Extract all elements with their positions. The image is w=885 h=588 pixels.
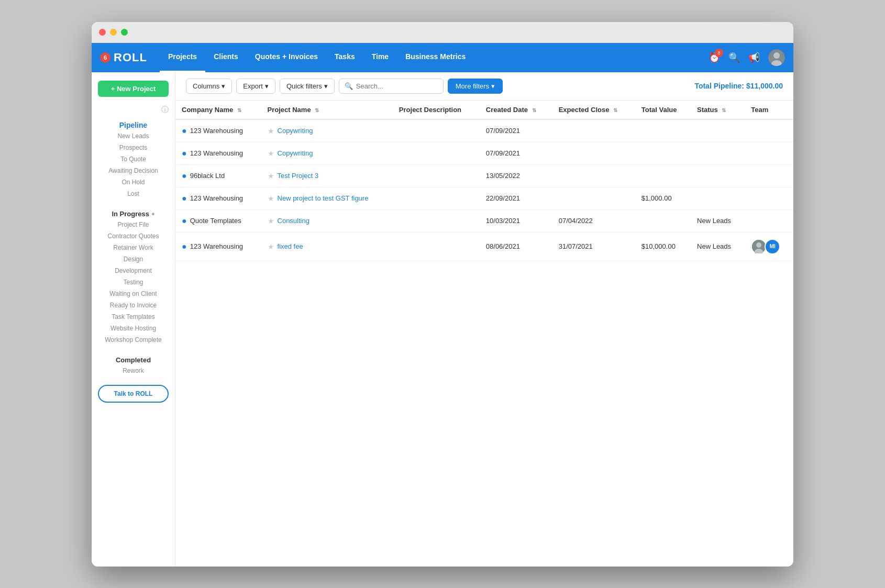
sidebar-item-testing[interactable]: Testing bbox=[92, 276, 175, 288]
sort-icon: ⇅ bbox=[315, 107, 319, 113]
table-row[interactable]: ●123 Warehousing★fixed fee08/06/202131/0… bbox=[175, 232, 793, 261]
nav-projects[interactable]: Projects bbox=[160, 43, 205, 72]
team-member-avatar: MI bbox=[765, 239, 780, 254]
maximize-button[interactable] bbox=[121, 29, 128, 36]
minimize-button[interactable] bbox=[110, 29, 117, 36]
content-toolbar: Columns ▾ Export ▾ Quick filters ▾ 🔍 Mor… bbox=[175, 72, 793, 101]
company-name: 123 Warehousing bbox=[190, 194, 243, 202]
logo[interactable]: 6 ROLL bbox=[100, 51, 147, 64]
company-name: Quote Templates bbox=[190, 217, 241, 225]
nav-items: Projects Clients Quotes + Invoices Tasks… bbox=[160, 43, 709, 72]
nav-tasks[interactable]: Tasks bbox=[326, 43, 363, 72]
more-filters-button[interactable]: More filters ▾ bbox=[448, 79, 503, 94]
cell-created-date: 13/05/2022 bbox=[480, 164, 552, 187]
sidebar-item-waiting-on-client[interactable]: Waiting on Client bbox=[92, 288, 175, 299]
cell-created-date: 10/03/2021 bbox=[480, 209, 552, 232]
star-icon[interactable]: ★ bbox=[268, 172, 274, 180]
talk-to-roll-button[interactable]: Talk to ROLL bbox=[98, 385, 169, 403]
sidebar-item-project-file[interactable]: Project File bbox=[92, 219, 175, 230]
project-name-text[interactable]: Copywriting bbox=[278, 127, 313, 135]
pipeline-title[interactable]: Pipeline bbox=[92, 119, 175, 130]
table-row[interactable]: ●96black Ltd★Test Project 313/05/2022 bbox=[175, 164, 793, 187]
cell-team bbox=[745, 209, 793, 232]
cell-created-date: 07/09/2021 bbox=[480, 119, 552, 142]
cell-expected-close: 31/07/2021 bbox=[552, 232, 635, 261]
col-created-date[interactable]: Created Date ⇅ bbox=[480, 101, 552, 119]
cell-total-value bbox=[635, 209, 691, 232]
app-window: 6 ROLL Projects Clients Quotes + Invoice… bbox=[92, 22, 793, 567]
star-icon[interactable]: ★ bbox=[268, 217, 274, 225]
sidebar-item-prospects[interactable]: Prospects bbox=[92, 142, 175, 153]
cell-company: ●Quote Templates bbox=[175, 209, 261, 232]
cell-project-name: ★Copywriting bbox=[261, 142, 393, 164]
star-icon[interactable]: ★ bbox=[268, 149, 274, 158]
sidebar-item-design[interactable]: Design bbox=[92, 253, 175, 265]
sidebar-item-awaiting-decision[interactable]: Awaiting Decision bbox=[92, 165, 175, 176]
sidebar-item-task-templates[interactable]: Task Templates bbox=[92, 311, 175, 323]
sort-icon: ⇅ bbox=[532, 107, 536, 113]
project-name-text[interactable]: fixed fee bbox=[278, 242, 303, 250]
sidebar-item-development[interactable]: Development bbox=[92, 265, 175, 276]
company-icon: ● bbox=[182, 126, 187, 136]
cell-total-value: $1,000.00 bbox=[635, 187, 691, 209]
user-avatar[interactable] bbox=[768, 49, 785, 66]
nav-time[interactable]: Time bbox=[363, 43, 397, 72]
timer-icon[interactable]: ⏰ 8 bbox=[709, 52, 720, 63]
cell-company: ●123 Warehousing bbox=[175, 187, 261, 209]
nav-business-metrics[interactable]: Business Metrics bbox=[397, 43, 474, 72]
cell-expected-close: 07/04/2022 bbox=[552, 209, 635, 232]
chevron-down-icon: ▾ bbox=[324, 82, 328, 90]
sidebar-item-contractor-quotes[interactable]: Contractor Quotes bbox=[92, 230, 175, 242]
project-name-text[interactable]: Consulting bbox=[278, 217, 309, 225]
table-row[interactable]: ●Quote Templates★Consulting10/03/202107/… bbox=[175, 209, 793, 232]
completed-title[interactable]: Completed bbox=[92, 352, 175, 365]
cell-description bbox=[393, 164, 480, 187]
sidebar-item-retainer-work[interactable]: Retainer Work bbox=[92, 242, 175, 253]
table-row[interactable]: ●123 Warehousing★Copywriting07/09/2021 bbox=[175, 119, 793, 142]
table-row[interactable]: ●123 Warehousing★New project to test GST… bbox=[175, 187, 793, 209]
close-button[interactable] bbox=[99, 29, 106, 36]
pipeline-section: Pipeline New Leads Prospects To Quote Aw… bbox=[92, 119, 175, 199]
search-icon[interactable]: 🔍 bbox=[728, 52, 740, 63]
col-company-name[interactable]: Company Name ⇅ bbox=[175, 101, 261, 119]
export-button[interactable]: Export ▾ bbox=[236, 79, 275, 94]
col-project-name[interactable]: Project Name ⇅ bbox=[261, 101, 393, 119]
projects-table-container: Company Name ⇅ Project Name ⇅ Project De… bbox=[175, 101, 793, 567]
search-input[interactable] bbox=[356, 82, 438, 90]
sidebar-item-to-quote[interactable]: To Quote bbox=[92, 153, 175, 165]
cell-company: ●96black Ltd bbox=[175, 164, 261, 187]
announcements-icon[interactable]: 📢 bbox=[748, 52, 760, 63]
company-icon: ● bbox=[182, 171, 187, 181]
sidebar-item-rework[interactable]: Rework bbox=[92, 365, 175, 376]
star-icon[interactable]: ★ bbox=[268, 194, 274, 203]
sidebar-item-lost[interactable]: Lost bbox=[92, 188, 175, 199]
table-row[interactable]: ●123 Warehousing★Copywriting07/09/2021 bbox=[175, 142, 793, 164]
col-project-description: Project Description bbox=[393, 101, 480, 119]
sidebar-item-ready-to-invoice[interactable]: Ready to Invoice bbox=[92, 299, 175, 311]
sidebar-item-workshop-complete[interactable]: Workshop Complete bbox=[92, 334, 175, 346]
project-name-text[interactable]: New project to test GST figure bbox=[278, 194, 369, 202]
cell-description bbox=[393, 142, 480, 164]
in-progress-settings-icon[interactable]: ● bbox=[151, 210, 155, 217]
in-progress-title[interactable]: In Progress ● bbox=[92, 206, 175, 219]
cell-project-name: ★fixed fee bbox=[261, 232, 393, 261]
col-expected-close[interactable]: Expected Close ⇅ bbox=[552, 101, 635, 119]
nav-clients[interactable]: Clients bbox=[205, 43, 247, 72]
company-icon: ● bbox=[182, 216, 187, 226]
quick-filters-button[interactable]: Quick filters ▾ bbox=[280, 79, 335, 94]
sidebar-item-website-hosting[interactable]: Website Hosting bbox=[92, 323, 175, 334]
star-icon[interactable]: ★ bbox=[268, 127, 274, 135]
project-name-text[interactable]: Copywriting bbox=[278, 149, 313, 157]
cell-company: ●123 Warehousing bbox=[175, 142, 261, 164]
sidebar-item-on-hold[interactable]: On Hold bbox=[92, 176, 175, 188]
search-icon: 🔍 bbox=[345, 82, 353, 90]
team-avatars: MI bbox=[751, 239, 787, 254]
star-icon[interactable]: ★ bbox=[268, 242, 274, 251]
sidebar-item-new-leads[interactable]: New Leads bbox=[92, 130, 175, 142]
info-icon: ⓘ bbox=[92, 105, 175, 119]
col-status[interactable]: Status ⇅ bbox=[691, 101, 745, 119]
columns-button[interactable]: Columns ▾ bbox=[186, 79, 232, 94]
project-name-text[interactable]: Test Project 3 bbox=[278, 172, 319, 180]
new-project-button[interactable]: + New Project bbox=[98, 81, 169, 97]
nav-quotes-invoices[interactable]: Quotes + Invoices bbox=[247, 43, 326, 72]
